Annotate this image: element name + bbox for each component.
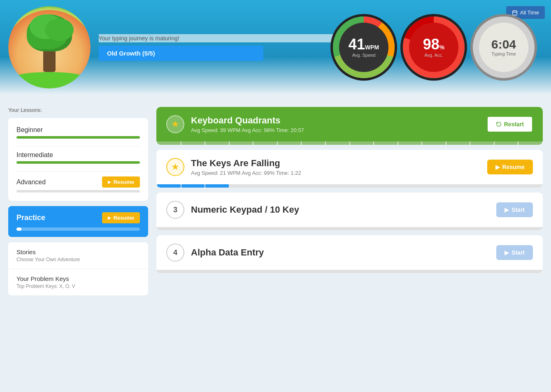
svg-rect-0 <box>513 11 517 15</box>
time-value: 6:04 <box>491 38 516 51</box>
problem-keys-subtitle: Top Problem Keys: X, O, V <box>16 283 140 289</box>
problem-keys-title: Your Problem Keys <box>16 275 140 282</box>
speed-label: Avg. Speed <box>352 53 376 58</box>
speed-unit: WPM <box>365 44 379 51</box>
advanced-label: Advanced <box>16 179 46 186</box>
lesson-intermediate[interactable]: Intermediate <box>16 151 140 164</box>
practice-progress <box>16 227 140 231</box>
accuracy-label: Avg. Acc. <box>424 53 443 58</box>
advanced-progress <box>16 190 140 193</box>
start-label-3: Start <box>511 206 525 213</box>
all-time-button[interactable]: All Time <box>506 6 545 19</box>
lesson-2-left: ★ The Keys Are Falling Avg Speed: 21 WPM… <box>166 158 301 176</box>
avatar <box>8 6 91 88</box>
speed-stat: 41 WPM Avg. Speed <box>333 16 395 78</box>
lessons-label: Your Lessons: <box>8 107 148 113</box>
header-info: Your typing journey is maturing! Old Gro… <box>99 34 333 61</box>
lesson-advanced[interactable]: Advanced Resume <box>16 176 140 193</box>
lesson-1-left: ★ Keyboard Quadrants Avg Speed: 39 WPM A… <box>166 115 304 133</box>
header-tagline: Your typing journey is maturing! <box>99 34 333 42</box>
beginner-progress <box>16 136 140 139</box>
lesson-1-meta: Avg Speed: 39 WPM Avg Acc: 98% Time: 20:… <box>191 127 304 133</box>
lesson-4-progress <box>156 270 543 273</box>
lesson-3-icon: 3 <box>166 201 184 219</box>
lesson-2-resume-button[interactable]: ▶ Resume <box>487 160 533 174</box>
lessons-area: ★ Keyboard Quadrants Avg Speed: 39 WPM A… <box>156 107 543 295</box>
stories-title: Stories <box>16 248 140 255</box>
restart-label: Restart <box>504 121 524 128</box>
lesson-4-left: 4 Alpha Data Entry <box>166 244 264 262</box>
practice-progress-fill <box>16 227 21 231</box>
lesson-card-4[interactable]: 4 Alpha Data Entry ▶ Start <box>156 235 543 273</box>
header: All Time Your typing journey is maturing… <box>0 0 551 95</box>
resume-label: Resume <box>502 164 525 170</box>
practice-title: Practice <box>16 213 45 222</box>
intermediate-progress-fill <box>16 161 140 164</box>
intermediate-progress <box>16 161 140 164</box>
lesson-4-icon: 4 <box>166 244 184 262</box>
lesson-card-2[interactable]: ★ The Keys Are Falling Avg Speed: 21 WPM… <box>156 150 543 188</box>
problem-keys-section[interactable]: Your Problem Keys Top Problem Keys: X, O… <box>8 269 148 295</box>
beginner-progress-fill <box>16 136 140 139</box>
lesson-beginner[interactable]: Beginner <box>16 126 140 139</box>
accuracy-value: 98 <box>423 37 439 52</box>
stories-subtitle: Choose Your Own Adventure <box>16 257 140 262</box>
start-label-4: Start <box>511 249 525 256</box>
lesson-3-title: Numeric Keypad / 10 Key <box>191 204 299 215</box>
progress-bar-label: Old Growth (5/5) <box>99 46 263 61</box>
lesson-2-meta: Avg Speed: 21 WPM Avg Acc: 99% Time: 1:2… <box>191 170 301 176</box>
lesson-4-start-button[interactable]: ▶ Start <box>496 245 533 260</box>
speed-value: 41 <box>349 37 365 52</box>
lesson-4-title: Alpha Data Entry <box>191 247 264 258</box>
advanced-progress-fill <box>16 190 91 193</box>
time-stat: 6:04 Typing Time <box>473 16 535 78</box>
practice-card: Practice Resume <box>8 206 148 237</box>
lesson-1-icon: ★ <box>166 115 184 133</box>
lesson-3-left: 3 Numeric Keypad / 10 Key <box>166 201 299 219</box>
time-label: Typing Time <box>491 51 516 56</box>
lesson-3-start-button[interactable]: ▶ Start <box>496 202 533 217</box>
lesson-card-3[interactable]: 3 Numeric Keypad / 10 Key ▶ Start <box>156 193 543 230</box>
lesson-2-inner: ★ The Keys Are Falling Avg Speed: 21 WPM… <box>156 150 543 184</box>
restart-icon <box>496 121 502 127</box>
main-content: Your Lessons: Beginner Intermediate <box>0 99 551 304</box>
lesson-3-inner: 3 Numeric Keypad / 10 Key ▶ Start <box>156 193 543 227</box>
accuracy-unit: % <box>439 44 444 51</box>
beginner-label: Beginner <box>16 126 43 134</box>
stories-section[interactable]: Stories Choose Your Own Adventure <box>8 242 148 269</box>
lesson-4-inner: 4 Alpha Data Entry ▶ Start <box>156 235 543 270</box>
sub-cards: Stories Choose Your Own Adventure Your P… <box>8 242 148 295</box>
advanced-resume-button[interactable]: Resume <box>102 176 140 188</box>
lesson-3-progress <box>156 227 543 230</box>
intermediate-label: Intermediate <box>16 151 53 159</box>
lesson-1-restart-button[interactable]: Restart <box>487 116 533 132</box>
calendar-icon <box>512 10 518 16</box>
lesson-1-progress <box>156 141 543 145</box>
lesson-2-progress <box>156 184 543 188</box>
sidebar: Your Lessons: Beginner Intermediate <box>8 107 148 295</box>
accuracy-stat: 98 % Avg. Acc. <box>403 16 465 78</box>
all-time-label: All Time <box>520 9 539 16</box>
lesson-2-title: The Keys Are Falling <box>191 158 301 169</box>
practice-resume-button[interactable]: Resume <box>102 212 140 223</box>
lessons-card: Beginner Intermediate Advanced <box>8 118 148 201</box>
lesson-2-icon: ★ <box>166 158 184 176</box>
lesson-1-title: Keyboard Quadrants <box>191 115 304 126</box>
lesson-card-1[interactable]: ★ Keyboard Quadrants Avg Speed: 39 WPM A… <box>156 107 543 145</box>
header-stats: 41 WPM Avg. Speed 98 % Avg. Acc. 6:04 <box>333 16 535 78</box>
